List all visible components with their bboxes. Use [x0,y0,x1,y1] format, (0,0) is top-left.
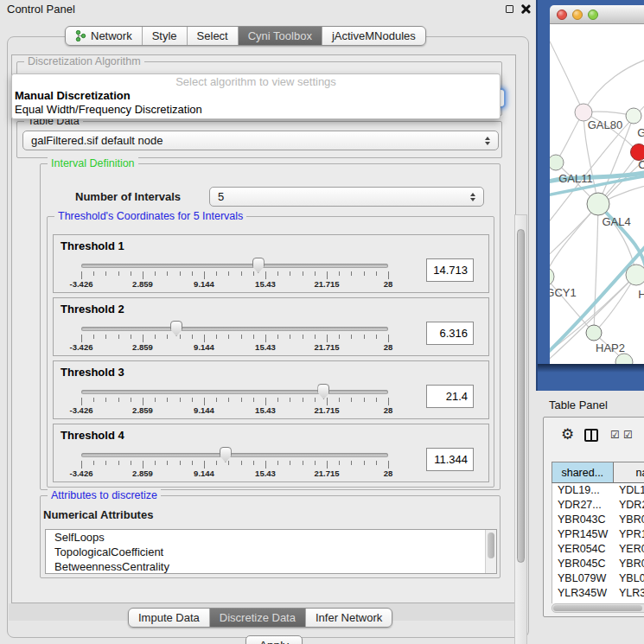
network-node[interactable] [626,265,644,285]
cell-shared-name: YPR145W [552,527,614,542]
cell-name: YDR27... [614,498,644,513]
network-edge[interactable] [550,41,583,112]
tab-style[interactable]: Style [142,27,187,45]
list-scrollbar-thumb[interactable] [488,532,494,558]
network-node[interactable] [587,193,609,215]
network-edge[interactable] [550,277,594,333]
tab-jactivemnodules[interactable]: jActiveMNodules [322,27,425,45]
network-canvas[interactable]: GAL80G.CGAL11GAL4GCY1HHAP2 [550,24,644,364]
node-label-hap2: HAP2 [596,341,625,354]
checkbox-icon[interactable]: ☑ [623,429,633,441]
network-edge[interactable] [550,204,598,277]
list-scrollbar[interactable] [485,530,496,573]
apply-button[interactable]: Apply [245,635,303,644]
thresholds-group-title: Threshold's Coordinates for 5 Intervals [54,210,246,222]
checkbox-icon[interactable]: ☑ [610,429,620,441]
table-row[interactable]: YER054CYER054C [552,542,644,557]
node-table: shared...na YDL19...YDL19...YDR27...YDR2… [552,462,644,603]
table-row[interactable]: YDL19...YDL19... [552,483,644,498]
numerical-attributes-heading: Numerical Attributes [43,508,153,521]
combo-stepper-icon [481,137,494,145]
tab-label: Cyni Toolbox [248,29,312,42]
attribute-item-topologicalcoefficient[interactable]: TopologicalCoefficient [46,545,496,559]
cell-shared-name: YER054C [552,542,614,557]
network-node[interactable] [626,108,641,124]
table-row[interactable]: YDR27...YDR27... [552,498,644,513]
network-node[interactable] [550,267,554,286]
column-header-na[interactable]: na [614,462,644,482]
cell-name: YDL19... [614,483,644,498]
table-row[interactable]: YPR145WYPR145W [552,527,644,542]
tab-label: Discretize Data [220,611,296,624]
network-node[interactable] [586,325,602,341]
settings-scrollbar-thumb[interactable] [517,229,525,563]
settings-scrollbar[interactable] [514,214,527,644]
table-row[interactable]: YBR043CYBR043C [552,513,644,527]
table-data-combo[interactable]: galFiltered.sif default node [22,131,499,150]
table-hscrollbar-thumb[interactable] [553,605,642,611]
minimize-light[interactable] [572,10,583,20]
network-edge[interactable] [583,54,644,112]
cell-name: YBL079W [614,571,644,586]
cell-name: YPR145W [614,527,644,542]
node-label-g: G. [637,126,644,139]
threshold-label: Threshold 1 [61,239,124,252]
tab-cyni-toolbox[interactable]: Cyni Toolbox [238,27,322,45]
tab-impute-data[interactable]: Impute Data [129,609,209,627]
cell-name: YER054C [614,542,644,557]
number-of-intervals-combo[interactable]: 5 [209,187,484,207]
network-view-frame: GAL80G.CGAL11GAL4GCY1HHAP2 [536,0,644,391]
network-window-titlebar[interactable] [550,5,644,24]
threshold-value-field[interactable]: 11.344 [426,448,474,471]
close-light[interactable] [557,10,567,20]
tab-label: Network [91,29,132,42]
threshold-value-field[interactable]: 14.713 [426,258,474,282]
slider-track[interactable] [81,453,388,457]
tab-select[interactable]: Select [187,27,238,45]
node-label-gal11: GAL11 [558,172,593,185]
table-row[interactable]: YLR345WYLR345W [552,586,644,601]
zoom-light[interactable] [588,10,598,20]
table-row[interactable]: YBL079WYBL079W [552,571,644,586]
network-node[interactable] [550,155,564,170]
split-columns-icon[interactable] [584,429,598,442]
cell-name: YLR345W [614,586,644,601]
node-label-h: H [638,288,644,301]
threshold-panel-4: Threshold 4-3.4262.8599.14415.4321.71528… [53,424,489,482]
threshold-value-field[interactable]: 6.316 [426,322,474,345]
float-window-icon[interactable] [506,5,513,13]
table-row[interactable]: YBR045CYBR045C [552,557,644,571]
tab-network[interactable]: Network [66,27,142,45]
attribute-item-betweennesscentrality[interactable]: BetweennessCentrality [46,559,496,574]
slider-track[interactable] [81,390,388,394]
slider-track[interactable] [81,264,388,268]
interval-definition-title: Interval Definition [48,157,138,169]
dropdown-option-manual-discretization[interactable]: Manual Discretization [12,89,500,103]
slider-ticks [81,271,388,279]
table-hscrollbar[interactable] [552,603,644,613]
gear-icon[interactable]: ⚙ [561,427,574,442]
tab-discretize-data[interactable]: Discretize Data [209,609,305,627]
slider-track[interactable] [81,327,388,331]
threshold-label: Threshold 4 [61,429,124,442]
tab-label: Infer Network [316,611,382,624]
close-icon[interactable] [520,3,531,14]
thresholds-group: Threshold's Coordinates for 5 Intervals … [47,216,494,488]
tab-label: Select [197,29,228,42]
tab-label: Style [152,29,177,42]
tab-infer-network[interactable]: Infer Network [305,609,392,627]
dropdown-option-equal-width-frequency-discretization[interactable]: Equal Width/Frequency Discretization [12,103,500,117]
slider-ticks [81,461,388,469]
cell-shared-name: YDR27... [552,498,614,513]
cell-name: YBR043C [614,513,644,527]
threshold-value-field[interactable]: 21.4 [426,385,474,408]
tab-label: Impute Data [138,611,200,624]
table-panel-title: Table Panel [549,399,608,411]
column-header-shared[interactable]: shared... [552,462,614,482]
interval-definition-group: Interval Definition Number of Intervals … [40,163,501,490]
threshold-label: Threshold 3 [61,366,124,379]
attribute-item-selfloops[interactable]: SelfLoops [46,530,496,545]
algorithm-dropdown-popup: Select algorithm to view settings Manual… [11,73,501,119]
network-window: GAL80G.CGAL11GAL4GCY1HHAP2 [550,5,644,364]
dropdown-prompt: Select algorithm to view settings [12,74,500,89]
